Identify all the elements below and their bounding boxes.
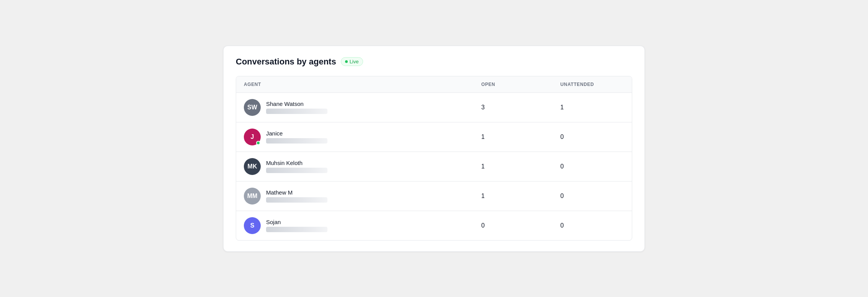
unattended-count-mathew-m: 0 [553,181,632,211]
unattended-count-shane-watson: 1 [553,92,632,122]
agent-email-muhsin-keloth [266,168,327,173]
avatar-shane-watson: SW [244,99,261,116]
agent-email-mathew-m [266,197,327,203]
unattended-count-muhsin-keloth: 0 [553,152,632,181]
col-header-unattended: UNATTENDED [553,76,632,93]
live-badge: Live [341,57,363,66]
col-header-agent: AGENT [236,76,473,93]
online-indicator-janice [256,141,260,145]
agent-name-shane-watson: Shane Watson [266,101,327,107]
agent-name-sojan: Sojan [266,219,327,225]
live-label: Live [350,59,359,64]
agent-name-janice: Janice [266,130,327,137]
unattended-count-janice: 0 [553,122,632,152]
avatar-janice: J [244,129,261,145]
conversations-card: Conversations by agents Live AGENT OPEN … [223,46,645,252]
agent-name-muhsin-keloth: Muhsin Keloth [266,160,327,166]
card-title: Conversations by agents [236,57,336,67]
agent-cell-muhsin-keloth: MKMuhsin Keloth [236,152,473,181]
avatar-sojan: S [244,217,261,234]
agent-cell-mathew-m: MMMathew M [236,181,473,211]
agents-table-container: AGENT OPEN UNATTENDED SWShane Watson31JJ… [236,76,632,241]
col-header-open: OPEN [473,76,552,93]
avatar-muhsin-keloth: MK [244,158,261,175]
live-dot-icon [345,60,348,63]
agent-email-shane-watson [266,109,327,114]
agent-email-sojan [266,227,327,232]
open-count-janice: 1 [473,122,552,152]
unattended-count-sojan: 0 [553,211,632,240]
agent-cell-janice: JJanice [236,122,473,152]
table-header-row: AGENT OPEN UNATTENDED [236,76,632,93]
agents-table: AGENT OPEN UNATTENDED SWShane Watson31JJ… [236,76,632,240]
table-row[interactable]: SWShane Watson31 [236,92,632,122]
table-row[interactable]: JJanice10 [236,122,632,152]
open-count-muhsin-keloth: 1 [473,152,552,181]
agent-name-mathew-m: Mathew M [266,189,327,196]
card-header: Conversations by agents Live [236,57,632,67]
open-count-shane-watson: 3 [473,92,552,122]
open-count-sojan: 0 [473,211,552,240]
agent-cell-shane-watson: SWShane Watson [236,92,473,122]
table-row[interactable]: MMMathew M10 [236,181,632,211]
agent-email-janice [266,138,327,144]
table-row[interactable]: SSojan00 [236,211,632,240]
table-row[interactable]: MKMuhsin Keloth10 [236,152,632,181]
avatar-mathew-m: MM [244,188,261,205]
agent-cell-sojan: SSojan [236,211,473,240]
open-count-mathew-m: 1 [473,181,552,211]
